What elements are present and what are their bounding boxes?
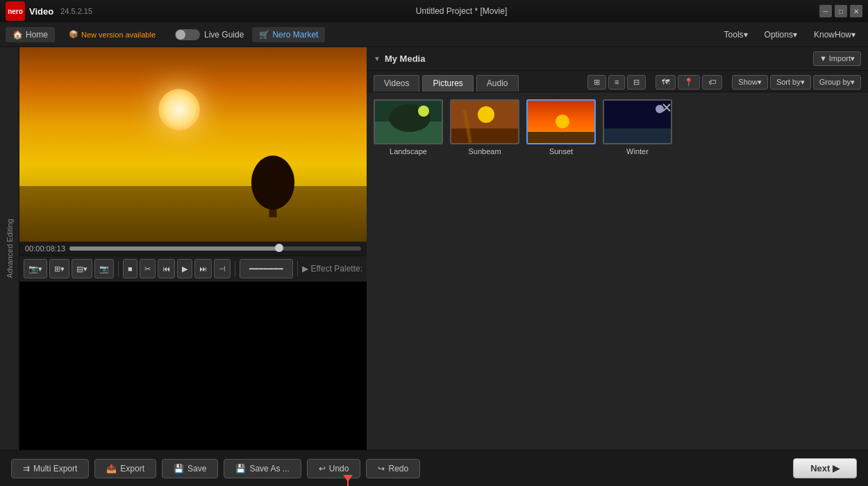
tag-btn[interactable]: 🏷 [702, 75, 722, 90]
preview-tree-svg [249, 148, 297, 217]
tab-pictures[interactable]: Pictures [422, 75, 473, 92]
multi-export-icon: ⇉ [23, 464, 30, 474]
main-area: Advanced Editing 00:00:08:13 📷▾ ⊞▾ ▤▾ 📷 [0, 47, 868, 450]
menu-bar: 🏠 Home 📦 New version available Live Guid… [0, 22, 868, 47]
list-view-btn[interactable]: ≡ [608, 75, 625, 90]
sunbeam-label: Sunbeam [450, 147, 519, 156]
next-button[interactable]: Next ▶ [793, 458, 857, 478]
prev-frame-btn[interactable]: ⏮ [158, 259, 175, 278]
sunset-thumbnail [526, 99, 596, 144]
sunbeam-svg [451, 101, 519, 144]
redo-label: Redo [388, 464, 408, 474]
pin-btn[interactable]: 📍 [678, 75, 700, 90]
tab-videos[interactable]: Videos [374, 75, 419, 92]
live-guide-toggle[interactable] [175, 29, 200, 40]
display-btn[interactable]: ▤▾ [72, 259, 92, 278]
save-label: Save [187, 464, 206, 474]
detail-view-btn[interactable]: ⊟ [627, 75, 646, 90]
media-item-sunset[interactable]: Sunset [526, 99, 596, 443]
grid-view-btn[interactable]: ⊞ [587, 75, 606, 90]
redo-button[interactable]: ↪ Redo [366, 459, 420, 478]
svg-rect-12 [528, 132, 596, 144]
media-item-sunbeam[interactable]: Sunbeam [450, 99, 519, 443]
svg-point-8 [478, 106, 494, 123]
import-button[interactable]: ▼ Import▾ [813, 51, 861, 66]
export-button[interactable]: 📤 Export [94, 459, 156, 478]
sunset-label: Sunset [526, 147, 596, 156]
map-btn[interactable]: 🗺 [656, 75, 676, 90]
landscape-svg [375, 101, 443, 144]
options-menu[interactable]: Options▾ [758, 27, 804, 42]
progress-thumb [275, 244, 283, 252]
playback-toolbar: 📷▾ ⊞▾ ▤▾ 📷 ■ ✂ ⏮ ▶ ⏭ ⊣ ━━━━━━━ ▶ Effect … [19, 255, 367, 282]
landscape-label: Landscape [374, 147, 443, 156]
app-name: Video [29, 6, 53, 17]
app-logo: nero Video 24.5.2.15 [6, 1, 92, 21]
winter-thumbnail [603, 99, 672, 144]
new-version-label: New version available [81, 31, 156, 39]
media-panel: ▼ My Media ▼ Import▾ Videos Pictures Aud… [367, 47, 868, 450]
toolbar-separator-1 [118, 261, 119, 276]
preview-sun [158, 89, 200, 131]
trim-btn[interactable]: ✂ [140, 259, 156, 278]
group-btn[interactable]: Group by▾ [813, 75, 861, 90]
nero-logo-icon: nero [6, 1, 25, 21]
undo-label: Undo [329, 464, 349, 474]
tools-menu[interactable]: Tools▾ [717, 27, 755, 42]
nero-market-label: Nero Market [272, 30, 318, 40]
redo-icon: ↪ [378, 464, 385, 474]
knowhow-menu[interactable]: KnowHow▾ [807, 27, 862, 42]
camera-btn[interactable]: 📷 [94, 259, 114, 278]
show-btn[interactable]: Show▾ [732, 75, 768, 90]
maximize-button[interactable]: □ [835, 5, 847, 17]
close-button[interactable]: ✕ [850, 5, 862, 17]
export-label: Export [120, 464, 144, 474]
progress-fill [69, 246, 279, 251]
app-version: 24.5.2.15 [60, 7, 92, 15]
playhead[interactable] [347, 475, 349, 486]
advanced-editing-label[interactable]: Advanced Editing [3, 213, 17, 284]
svg-point-11 [556, 115, 569, 128]
tab-audio[interactable]: Audio [476, 75, 519, 92]
preview-canvas [19, 47, 367, 242]
save-as-button[interactable]: 💾 Save As ... [224, 459, 301, 478]
save-as-icon: 💾 [235, 464, 246, 474]
preview-progress-bar[interactable] [69, 246, 361, 251]
volume-slider[interactable]: ━━━━━━━ [240, 259, 293, 278]
sort-btn[interactable]: Sort by▾ [770, 75, 811, 90]
window-controls: ─ □ ✕ [819, 5, 862, 17]
next-label: Next ▶ [810, 463, 840, 474]
save-button[interactable]: 💾 Save [162, 459, 218, 478]
effect-palette-label: ▶ Effect Palette: [302, 264, 363, 274]
sunbeam-thumbnail [450, 99, 519, 144]
project-title: Untitled Project * [Movie] [103, 6, 819, 16]
svg-rect-14 [604, 128, 672, 144]
market-icon: 🛒 [259, 30, 269, 40]
nero-market-button[interactable]: 🛒 Nero Market [252, 27, 325, 42]
snapshot-dropdown-btn[interactable]: 📷▾ [24, 259, 47, 278]
aspect-ratio-btn[interactable]: ⊞▾ [49, 259, 69, 278]
media-item-winter[interactable]: Winter [603, 99, 672, 443]
preview-field [19, 186, 367, 242]
multi-export-button[interactable]: ⇉ Multi Export [11, 459, 89, 478]
winter-label: Winter [603, 147, 672, 156]
home-label: Home [26, 30, 48, 40]
toolbar-separator-2 [235, 261, 235, 276]
home-icon: 🏠 [12, 30, 23, 40]
stop-btn[interactable]: ■ [123, 259, 137, 278]
preview-panel: 00:00:08:13 📷▾ ⊞▾ ▤▾ 📷 ■ ✂ ⏮ ▶ ⏭ ⊣ ━━━━━… [19, 47, 367, 450]
winter-svg [604, 101, 672, 144]
minimize-button[interactable]: ─ [819, 5, 832, 17]
new-version-badge[interactable]: 📦 New version available [69, 30, 156, 39]
trim2-btn[interactable]: ⊣ [214, 259, 231, 278]
save-as-label: Save As ... [249, 464, 289, 474]
media-grid: Landscape Sunbeam [367, 92, 868, 450]
next-frame-btn[interactable]: ⏭ [194, 259, 212, 278]
media-item-landscape[interactable]: Landscape [374, 99, 443, 443]
left-sidebar: Advanced Editing [0, 47, 19, 450]
home-button[interactable]: 🏠 Home [6, 27, 55, 42]
panel-collapse-arrow[interactable]: ▼ [374, 55, 381, 62]
preview-time-display: 00:00:08:13 [25, 244, 65, 253]
play-btn[interactable]: ▶ [177, 259, 192, 278]
export-icon: 📤 [106, 464, 117, 474]
